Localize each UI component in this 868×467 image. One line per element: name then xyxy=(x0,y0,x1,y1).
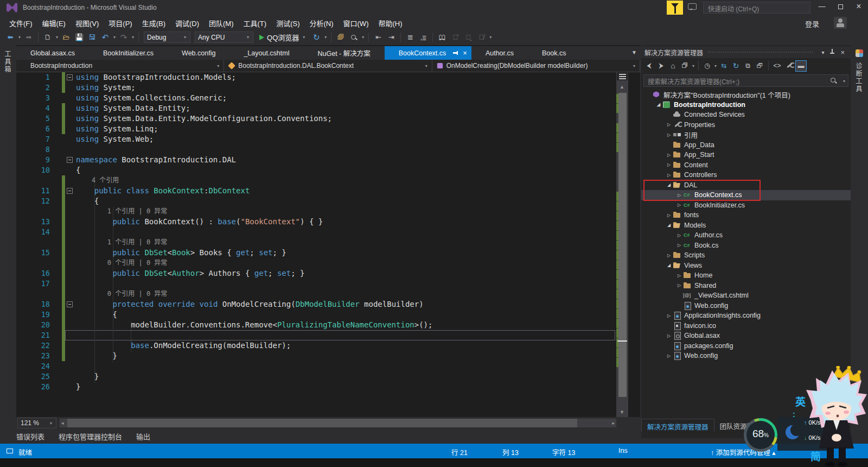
properties-wrench-icon[interactable] xyxy=(783,60,795,72)
splitter-handle[interactable] xyxy=(616,72,628,81)
code-line[interactable]: 22 base.OnModelCreating(modelBuilder); xyxy=(16,340,616,351)
tree-item[interactable]: ▷Properties xyxy=(641,120,851,130)
codelens-row[interactable]: 4 个引用 xyxy=(16,175,616,186)
menu-item[interactable]: 分析(N) xyxy=(304,15,338,29)
navigate-back-icon[interactable]: ⬅ xyxy=(4,31,16,43)
tree-item[interactable]: ▷Shared xyxy=(641,281,851,291)
prev-bookmark-icon[interactable]: 🕮̄ xyxy=(449,31,461,43)
properties-icon[interactable]: 🗗 xyxy=(754,60,765,72)
code-line[interactable]: 10{ xyxy=(16,165,616,175)
refresh-icon[interactable]: ↻ xyxy=(730,60,742,72)
user-avatar[interactable] xyxy=(834,17,847,29)
menu-item[interactable]: 文件(F) xyxy=(4,15,37,29)
filter-tool-button[interactable] xyxy=(667,1,683,15)
panel-tab[interactable]: 输出 xyxy=(136,431,150,441)
comment-icon[interactable]: ≣ xyxy=(404,31,416,43)
pin-icon[interactable] xyxy=(827,49,838,55)
solution-platform-select[interactable]: Any CPU▾ xyxy=(195,31,253,43)
find-in-files-icon[interactable]: 🗊 xyxy=(335,31,347,43)
minimize-button[interactable]: — xyxy=(813,0,831,14)
breadcrumb-dropdown[interactable]: BootstrapIntroduction▾ xyxy=(16,60,224,72)
code-line[interactable]: 20 modelBuilder.Conventions.Remove<Plura… xyxy=(16,320,616,330)
document-tab[interactable]: Book.cs xyxy=(528,46,580,60)
expander-collapsed-icon[interactable]: ▷ xyxy=(665,313,673,318)
tree-item[interactable]: ▷Global.asax xyxy=(641,331,851,341)
expander-expanded-icon[interactable]: ◢ xyxy=(665,182,673,187)
menu-item[interactable]: 编辑(E) xyxy=(37,15,71,29)
expander-collapsed-icon[interactable]: ▷ xyxy=(665,122,673,127)
menu-item[interactable]: 项目(P) xyxy=(104,15,137,29)
code-line[interactable]: 25 } xyxy=(16,371,616,382)
expander-collapsed-icon[interactable]: ▷ xyxy=(675,273,683,278)
document-tab[interactable]: Web.config xyxy=(168,46,229,60)
tree-item[interactable]: 解决方案"BootstrapIntroduction"(1 个项目) xyxy=(641,90,851,100)
document-tab[interactable]: Author.cs xyxy=(471,46,528,60)
codelens-row[interactable]: 0 个引用 | 0 异常 xyxy=(16,258,616,268)
sign-in-link[interactable]: 登录 xyxy=(805,18,819,29)
indent-decrease-icon[interactable]: ⇤ xyxy=(372,31,384,43)
bookmark-icon[interactable]: 🕮 xyxy=(436,31,448,43)
tree-item[interactable]: ▷Home xyxy=(641,270,851,281)
fold-collapse-icon[interactable] xyxy=(67,301,73,307)
search-dropdown-icon[interactable]: ▾ xyxy=(843,79,845,84)
tree-item[interactable]: ▷Controllers xyxy=(641,170,851,180)
quick-launch-input[interactable]: 快速启动 (Ctrl+Q) xyxy=(703,2,810,14)
close-tab-icon[interactable]: × xyxy=(463,49,467,57)
collapse-all-icon[interactable]: ⧉ xyxy=(742,60,754,72)
document-tab[interactable]: _Layout.cshtml xyxy=(229,46,303,60)
breadcrumb-dropdown[interactable]: OnModelCreating(DbModelBuilder modelBuil… xyxy=(432,60,640,72)
home-icon[interactable]: ⌂ xyxy=(667,60,679,72)
tree-item[interactable]: ▷BookContext.cs xyxy=(641,190,851,200)
fold-collapse-icon[interactable] xyxy=(67,188,73,194)
expander-collapsed-icon[interactable]: ▷ xyxy=(675,243,683,248)
tree-item[interactable]: ◢BootstrapIntroduction xyxy=(641,100,851,110)
codelens-row[interactable]: 0 个引用 | 0 异常 xyxy=(16,289,616,299)
expander-collapsed-icon[interactable]: ▷ xyxy=(665,132,673,137)
tree-item[interactable]: Connected Services xyxy=(641,110,851,120)
next-bookmark-icon[interactable]: 🕮̱ xyxy=(462,31,474,43)
code-line[interactable]: 15 public DbSet<Book> Books { get; set; … xyxy=(16,248,616,258)
start-debug-button[interactable]: QQ浏览器▾ xyxy=(256,32,309,42)
code-line[interactable]: 8 xyxy=(16,144,616,155)
redo-icon[interactable]: ↷ xyxy=(118,31,130,43)
tree-item[interactable]: ▷App_Start xyxy=(641,150,851,160)
solution-configuration-select[interactable]: Debug▾ xyxy=(144,31,190,43)
scroll-down-icon[interactable]: ▼ xyxy=(620,409,624,415)
tree-item[interactable]: favicon.ico xyxy=(641,321,851,331)
tree-item[interactable]: ▷Content xyxy=(641,160,851,171)
pending-changes-filter-icon[interactable]: ◷ xyxy=(701,60,713,72)
expander-collapsed-icon[interactable]: ▷ xyxy=(675,203,683,207)
indent-increase-icon[interactable]: ⇥ xyxy=(385,31,397,43)
code-line[interactable]: 1using BootstrapIntroduction.Models; xyxy=(16,72,616,83)
undo-icon[interactable]: ↶ xyxy=(99,31,111,43)
expander-collapsed-icon[interactable]: ▷ xyxy=(665,153,673,157)
feedback-icon[interactable] xyxy=(688,3,697,10)
find-icon[interactable] xyxy=(348,31,360,43)
tree-item[interactable]: App_Data xyxy=(641,140,851,150)
solution-search-input[interactable]: 搜索解决方案资源管理器(Ctrl+;) xyxy=(643,74,848,87)
toolbar-overflow-icon[interactable]: ▾ xyxy=(488,35,493,40)
scroll-left-icon[interactable]: ◂ xyxy=(61,420,64,426)
code-line[interactable]: 21 xyxy=(16,330,616,340)
save-icon[interactable]: 💾 xyxy=(73,31,85,43)
expander-collapsed-icon[interactable]: ▷ xyxy=(675,233,683,238)
back-dropdown-icon[interactable]: ▾ xyxy=(17,35,22,40)
tree-item[interactable]: ▷fonts xyxy=(641,210,851,220)
scroll-right-icon[interactable]: ▸ xyxy=(612,420,615,426)
breadcrumb-dropdown[interactable]: BootstrapIntroduction.DAL.BookContext▾ xyxy=(224,60,432,72)
expander-collapsed-icon[interactable]: ▷ xyxy=(665,333,673,338)
code-line[interactable]: 2using System; xyxy=(16,83,616,93)
menu-item[interactable]: 团队(M) xyxy=(204,15,239,29)
tree-item[interactable]: ▷ApplicationInsights.config xyxy=(641,311,851,321)
new-file-icon[interactable]: 🗋 xyxy=(42,31,54,43)
tree-item[interactable]: Web.config xyxy=(641,301,851,311)
document-tab[interactable]: Global.asax.cs xyxy=(16,46,89,60)
menu-item[interactable]: 工具(T) xyxy=(239,15,272,29)
code-line[interactable]: 14 xyxy=(16,227,616,237)
tree-item[interactable]: ▷BookInitializer.cs xyxy=(641,200,851,211)
document-tab[interactable]: NuGet - 解决方案 xyxy=(303,46,384,60)
code-line[interactable]: 23 } xyxy=(16,351,616,361)
expander-expanded-icon[interactable]: ◢ xyxy=(665,263,673,268)
code-line[interactable]: 13 public BookContext() : base("BookCont… xyxy=(16,217,616,227)
fold-collapse-icon[interactable] xyxy=(67,157,73,163)
